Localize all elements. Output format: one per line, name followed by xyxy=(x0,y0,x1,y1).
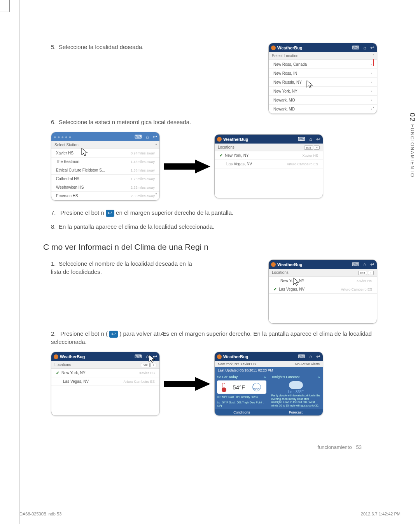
list-item[interactable]: New York, NY› xyxy=(269,87,377,96)
list-item[interactable]: The Beatman1.46miles away xyxy=(51,158,159,166)
logo-icon xyxy=(271,262,276,267)
forecast-panel: Tonight's Forecast▸ Lo : 36°F Partly clo… xyxy=(269,373,323,409)
edit-button[interactable]: edit xyxy=(304,145,313,150)
chevron-down-icon[interactable]: ˅ xyxy=(155,193,157,197)
location-list: New Ross, Canada› New Ross, IN› New Russ… xyxy=(269,60,377,114)
arrow-right-icon xyxy=(164,159,210,174)
edit-button[interactable]: edit xyxy=(358,271,367,275)
cloud-icon xyxy=(289,381,303,389)
home-icon[interactable]: ⌂ xyxy=(146,134,149,140)
stats-1: Hi : 58°F Rain : 0" Humidity : 65% xyxy=(217,395,266,399)
add-button[interactable]: + xyxy=(150,363,156,367)
logo-icon xyxy=(217,354,222,359)
locations-panel: WeatherBug ⌨ ⌂ ↩ Locations edit + ✔New Y… xyxy=(214,134,323,198)
home-icon[interactable]: ⌂ xyxy=(363,45,366,51)
region-step-1: 1.Seleccione el nombre de la localidad d… xyxy=(43,259,377,324)
side-tab: 02 FUNCIONAMIENTO xyxy=(408,113,416,178)
home-icon[interactable]: ⌂ xyxy=(309,136,312,142)
step-8-text: 8.En la pantalla aparece el clima de la … xyxy=(51,223,377,231)
list-item[interactable]: Xavier HS0.94miles away xyxy=(51,149,159,158)
temp-card: 54°F 1 mph xyxy=(217,380,266,394)
list-item[interactable]: New York, NY Xavier HS xyxy=(269,277,377,285)
region-step-1-text: 1.Seleccione el nombre de la localidad d… xyxy=(43,259,195,282)
side-tab-num: 02 xyxy=(408,113,416,122)
keyboard-icon[interactable]: ⌨ xyxy=(135,354,142,359)
list-item[interactable]: Newark, MD› xyxy=(269,105,377,114)
keyboard-icon[interactable]: ⌨ xyxy=(135,134,142,140)
forecast-text: Partly cloudy with isolated sprinkle in … xyxy=(271,394,321,407)
list-item[interactable]: Las Vegas, NV Arturo Cambeiro ES xyxy=(51,377,159,386)
detail-tabs: Conditions Forecast xyxy=(215,409,323,415)
side-tab-label: FUNCIONAMIENTO xyxy=(410,124,415,177)
list-item[interactable]: New Russia, NY› xyxy=(269,78,377,87)
tab-forecast[interactable]: Forecast xyxy=(269,409,323,415)
back-icon[interactable]: ↩ xyxy=(370,45,374,51)
list-item[interactable]: ✔New York, NY Xavier HS xyxy=(215,151,323,160)
list-item[interactable]: ✔New York, NY Xavier HS xyxy=(51,369,159,377)
region-step-2-text: 2. Presione el bot n ( ↩ ) para volver a… xyxy=(51,329,377,346)
logo-icon xyxy=(54,354,58,359)
expand-icon[interactable]: ▸ xyxy=(264,375,266,379)
list-item[interactable]: New Ross, IN› xyxy=(269,69,377,78)
alerts-badge: No Active Alerts xyxy=(295,362,320,366)
list-item[interactable]: Ethical Culture Fieldston S...1.58miles … xyxy=(51,166,159,175)
today-panel: So Far Today▸ 54°F 1 mph Hi : 58°F Rain … xyxy=(215,373,269,409)
step-7-text: 7. Presione el bot n ↩ en el margen supe… xyxy=(51,209,377,217)
edit-button[interactable]: edit xyxy=(141,363,150,367)
step-6-text: 6.Seleccione la estaci n meteorol gica l… xyxy=(51,118,377,126)
lo-value: Lo : 36°F xyxy=(271,390,321,394)
chevron-down-icon[interactable]: ˅ xyxy=(373,106,374,110)
scroll-thumb[interactable] xyxy=(373,59,374,66)
check-icon: ✔ xyxy=(273,287,276,291)
section-heading: C mo ver Informaci n del Clima de una Re… xyxy=(43,242,377,252)
region-step-2-panels: WeatherBug ⌨ ⌂ ↩ Locations edit + ✔New Y… xyxy=(51,352,377,416)
arrow-right-icon xyxy=(164,376,210,392)
back-icon[interactable]: ↩ xyxy=(316,136,320,142)
keyboard-icon[interactable]: ⌨ xyxy=(298,354,305,359)
chevron-up-icon[interactable]: ˄ xyxy=(155,143,157,147)
back-icon: ↩ xyxy=(106,210,114,217)
weather-detail-panel: WeatherBug ⌨ ⌂ ↩ New York, NY Xavier HS … xyxy=(214,352,323,415)
page: 02 FUNCIONAMIENTO 5.Seleccione la locali… xyxy=(19,0,408,524)
back-icon[interactable]: ↩ xyxy=(370,261,374,267)
print-timestamp: 2012.6.7 1:42:42 PM xyxy=(361,512,401,516)
location-bar: New York, NY Xavier HS No Active Alerts xyxy=(215,361,323,367)
logo-icon xyxy=(217,137,222,142)
check-icon: ✔ xyxy=(56,371,59,375)
chevron-up-icon[interactable]: ˄ xyxy=(373,54,374,58)
list-item[interactable]: New Ross, Canada› xyxy=(269,60,377,69)
add-button[interactable]: + xyxy=(314,145,320,150)
locations-panel-b: WeatherBug ⌨ ⌂ ↩ Locations edit + New Yo… xyxy=(268,259,377,324)
updated-bar: Last Updated 03/18/2011 02:23 PM xyxy=(215,367,323,373)
home-icon[interactable]: ⌂ xyxy=(146,354,149,359)
svg-marker-0 xyxy=(164,159,210,173)
list-item[interactable]: Newark, MO› xyxy=(269,96,377,105)
tab-conditions[interactable]: Conditions xyxy=(215,409,269,415)
locations-panel-c: WeatherBug ⌨ ⌂ ↩ Locations edit + ✔New Y… xyxy=(51,352,160,416)
list-item[interactable]: ✔Las Vegas, NV Arturo Cambeiro ES xyxy=(269,285,377,294)
expand-icon[interactable]: ▸ xyxy=(318,375,320,379)
home-icon[interactable]: ⌂ xyxy=(309,354,312,359)
keyboard-icon[interactable]: ⌨ xyxy=(298,136,305,142)
back-icon: ↩ xyxy=(109,331,118,338)
step-5-text: 5.Seleccione la localidad deseada. xyxy=(43,43,195,57)
scrollbar[interactable]: ˄ ˅ xyxy=(371,54,375,110)
back-icon[interactable]: ↩ xyxy=(153,354,157,359)
keyboard-icon[interactable]: ⌨ xyxy=(352,45,359,51)
list-item[interactable]: Las Vegas, NV Arturo Cambeiro ES xyxy=(215,160,323,168)
check-icon: ✔ xyxy=(219,153,222,158)
scrollbar[interactable]: ˄ ˅ xyxy=(154,143,158,197)
back-icon[interactable]: ↩ xyxy=(316,354,320,359)
list-item[interactable]: Cathedral HS1.76miles away xyxy=(51,175,159,183)
list-item[interactable]: Weehawken HS2.22miles away xyxy=(51,183,159,192)
back-icon[interactable]: ↩ xyxy=(153,134,157,140)
thermometer-icon xyxy=(222,383,225,391)
temp-value: 54°F xyxy=(233,384,245,391)
list-item[interactable]: Emerson HS2.35miles away xyxy=(51,192,159,200)
logo-icon xyxy=(271,46,276,50)
keyboard-icon[interactable]: ⌨ xyxy=(352,261,359,267)
home-icon[interactable]: ⌂ xyxy=(363,261,366,267)
svg-marker-1 xyxy=(164,377,210,391)
crop-mark xyxy=(9,0,10,12)
add-button[interactable]: + xyxy=(368,271,374,275)
